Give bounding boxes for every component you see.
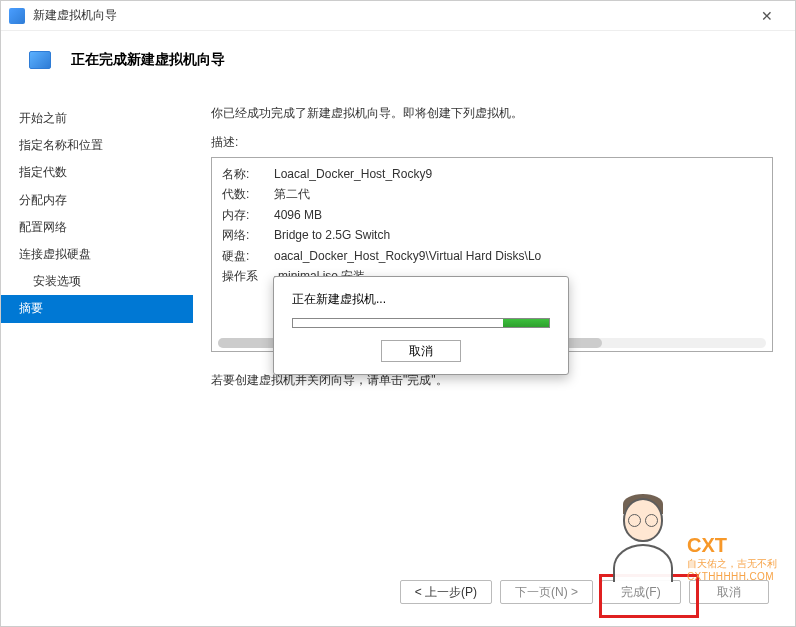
titlebar: 新建虚拟机向导 ✕ <box>1 1 795 31</box>
summary-row-memory: 内存: 4096 MB <box>222 205 762 225</box>
page-title: 正在完成新建虚拟机向导 <box>71 51 225 69</box>
intro-text: 你已经成功完成了新建虚拟机向导。即将创建下列虚拟机。 <box>211 105 773 122</box>
app-icon <box>9 8 25 24</box>
summary-key: 名称: <box>222 164 274 184</box>
summary-key: 代数: <box>222 184 274 204</box>
summary-key: 网络: <box>222 225 274 245</box>
finish-button: 完成(F) <box>601 580 681 604</box>
summary-row-network: 网络: Bridge to 2.5G Switch <box>222 225 762 245</box>
sidebar-item-summary[interactable]: 摘要 <box>1 295 193 322</box>
sidebar-item-name-location[interactable]: 指定名称和位置 <box>1 132 193 159</box>
sidebar-item-before-begin[interactable]: 开始之前 <box>1 105 193 132</box>
cancel-button: 取消 <box>689 580 769 604</box>
button-row: < 上一步(P) 下一页(N) > 完成(F) 取消 <box>400 580 769 604</box>
summary-row-disk: 硬盘: oacal_Docker_Host_Rocky9\Virtual Har… <box>222 246 762 266</box>
progress-fill <box>503 319 549 327</box>
sidebar-item-generation[interactable]: 指定代数 <box>1 159 193 186</box>
summary-key: 硬盘: <box>222 246 274 266</box>
window-title: 新建虚拟机向导 <box>33 7 747 24</box>
sidebar-item-harddisk[interactable]: 连接虚拟硬盘 <box>1 241 193 268</box>
summary-key: 操作系 <box>222 266 274 286</box>
wizard-window: 新建虚拟机向导 ✕ 正在完成新建虚拟机向导 开始之前 指定名称和位置 指定代数 … <box>0 0 796 627</box>
summary-val: 4096 MB <box>274 205 762 225</box>
sidebar-item-memory[interactable]: 分配内存 <box>1 187 193 214</box>
summary-row-gen: 代数: 第二代 <box>222 184 762 204</box>
summary-val: 第二代 <box>274 184 762 204</box>
progress-dialog: 正在新建虚拟机... 取消 <box>273 276 569 375</box>
sidebar-item-install-options[interactable]: 安装选项 <box>1 268 193 295</box>
progress-title: 正在新建虚拟机... <box>292 291 550 308</box>
monitor-icon <box>29 51 51 69</box>
header: 正在完成新建虚拟机向导 <box>1 31 795 89</box>
progress-cancel-button[interactable]: 取消 <box>381 340 461 362</box>
description-label: 描述: <box>211 134 773 151</box>
summary-key: 内存: <box>222 205 274 225</box>
summary-val: oacal_Docker_Host_Rocky9\Virtual Hard Di… <box>274 246 762 266</box>
summary-val: Loacal_Docker_Host_Rocky9 <box>274 164 762 184</box>
previous-button[interactable]: < 上一步(P) <box>400 580 492 604</box>
summary-val: Bridge to 2.5G Switch <box>274 225 762 245</box>
close-icon[interactable]: ✕ <box>747 2 787 30</box>
sidebar-item-network[interactable]: 配置网络 <box>1 214 193 241</box>
progress-bar <box>292 318 550 328</box>
sidebar: 开始之前 指定名称和位置 指定代数 分配内存 配置网络 连接虚拟硬盘 安装选项 … <box>1 89 193 574</box>
next-button: 下一页(N) > <box>500 580 593 604</box>
progress-button-row: 取消 <box>292 340 550 362</box>
summary-row-name: 名称: Loacal_Docker_Host_Rocky9 <box>222 164 762 184</box>
